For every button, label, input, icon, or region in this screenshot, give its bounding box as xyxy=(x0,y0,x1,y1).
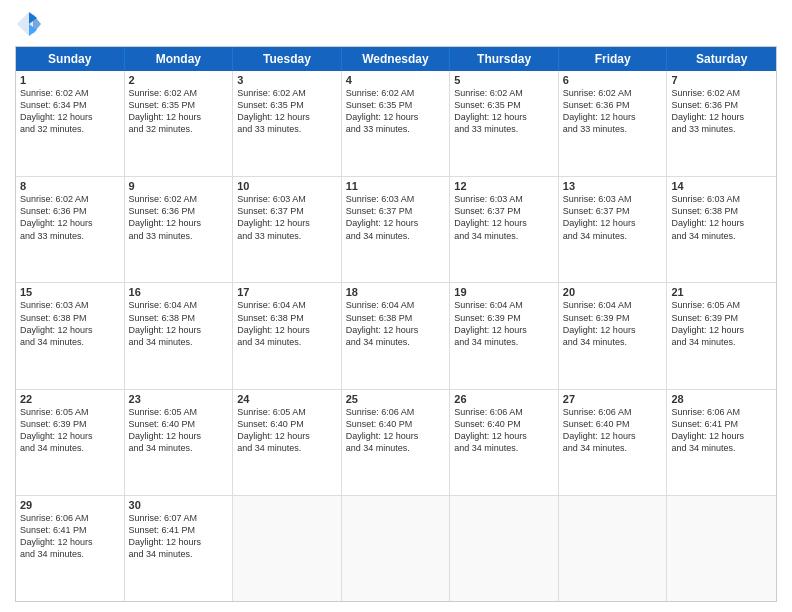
calendar-cell: 10Sunrise: 6:03 AMSunset: 6:37 PMDayligh… xyxy=(233,177,342,282)
cell-info: Sunrise: 6:03 AMSunset: 6:37 PMDaylight:… xyxy=(454,193,554,242)
calendar-body: 1Sunrise: 6:02 AMSunset: 6:34 PMDaylight… xyxy=(16,71,776,601)
cell-info: Sunrise: 6:02 AMSunset: 6:35 PMDaylight:… xyxy=(454,87,554,136)
calendar-row: 1Sunrise: 6:02 AMSunset: 6:34 PMDaylight… xyxy=(16,71,776,177)
day-number: 25 xyxy=(346,393,446,405)
day-number: 20 xyxy=(563,286,663,298)
calendar-header-cell: Monday xyxy=(125,47,234,71)
calendar-header-cell: Friday xyxy=(559,47,668,71)
cell-info: Sunrise: 6:06 AMSunset: 6:41 PMDaylight:… xyxy=(20,512,120,561)
day-number: 28 xyxy=(671,393,772,405)
calendar-cell: 3Sunrise: 6:02 AMSunset: 6:35 PMDaylight… xyxy=(233,71,342,176)
calendar-cell: 23Sunrise: 6:05 AMSunset: 6:40 PMDayligh… xyxy=(125,390,234,495)
cell-info: Sunrise: 6:02 AMSunset: 6:34 PMDaylight:… xyxy=(20,87,120,136)
calendar-cell-empty xyxy=(233,496,342,601)
cell-info: Sunrise: 6:06 AMSunset: 6:40 PMDaylight:… xyxy=(563,406,663,455)
calendar-cell: 14Sunrise: 6:03 AMSunset: 6:38 PMDayligh… xyxy=(667,177,776,282)
day-number: 30 xyxy=(129,499,229,511)
day-number: 4 xyxy=(346,74,446,86)
page: SundayMondayTuesdayWednesdayThursdayFrid… xyxy=(0,0,792,612)
calendar-cell: 9Sunrise: 6:02 AMSunset: 6:36 PMDaylight… xyxy=(125,177,234,282)
day-number: 1 xyxy=(20,74,120,86)
calendar-row: 8Sunrise: 6:02 AMSunset: 6:36 PMDaylight… xyxy=(16,177,776,283)
day-number: 14 xyxy=(671,180,772,192)
calendar-cell: 26Sunrise: 6:06 AMSunset: 6:40 PMDayligh… xyxy=(450,390,559,495)
calendar-header: SundayMondayTuesdayWednesdayThursdayFrid… xyxy=(16,47,776,71)
header xyxy=(15,10,777,38)
cell-info: Sunrise: 6:04 AMSunset: 6:39 PMDaylight:… xyxy=(454,299,554,348)
day-number: 17 xyxy=(237,286,337,298)
calendar-cell: 22Sunrise: 6:05 AMSunset: 6:39 PMDayligh… xyxy=(16,390,125,495)
cell-info: Sunrise: 6:05 AMSunset: 6:40 PMDaylight:… xyxy=(237,406,337,455)
cell-info: Sunrise: 6:07 AMSunset: 6:41 PMDaylight:… xyxy=(129,512,229,561)
day-number: 8 xyxy=(20,180,120,192)
day-number: 13 xyxy=(563,180,663,192)
cell-info: Sunrise: 6:04 AMSunset: 6:38 PMDaylight:… xyxy=(129,299,229,348)
calendar-cell: 11Sunrise: 6:03 AMSunset: 6:37 PMDayligh… xyxy=(342,177,451,282)
day-number: 7 xyxy=(671,74,772,86)
calendar-row: 22Sunrise: 6:05 AMSunset: 6:39 PMDayligh… xyxy=(16,390,776,496)
calendar-header-cell: Wednesday xyxy=(342,47,451,71)
calendar-cell: 2Sunrise: 6:02 AMSunset: 6:35 PMDaylight… xyxy=(125,71,234,176)
calendar-row: 15Sunrise: 6:03 AMSunset: 6:38 PMDayligh… xyxy=(16,283,776,389)
calendar-cell: 25Sunrise: 6:06 AMSunset: 6:40 PMDayligh… xyxy=(342,390,451,495)
calendar-cell: 12Sunrise: 6:03 AMSunset: 6:37 PMDayligh… xyxy=(450,177,559,282)
day-number: 15 xyxy=(20,286,120,298)
day-number: 10 xyxy=(237,180,337,192)
day-number: 27 xyxy=(563,393,663,405)
calendar-cell: 17Sunrise: 6:04 AMSunset: 6:38 PMDayligh… xyxy=(233,283,342,388)
cell-info: Sunrise: 6:06 AMSunset: 6:40 PMDaylight:… xyxy=(346,406,446,455)
day-number: 24 xyxy=(237,393,337,405)
calendar-cell: 24Sunrise: 6:05 AMSunset: 6:40 PMDayligh… xyxy=(233,390,342,495)
calendar-cell-empty xyxy=(559,496,668,601)
day-number: 21 xyxy=(671,286,772,298)
calendar-cell-empty xyxy=(667,496,776,601)
calendar-cell: 30Sunrise: 6:07 AMSunset: 6:41 PMDayligh… xyxy=(125,496,234,601)
cell-info: Sunrise: 6:03 AMSunset: 6:38 PMDaylight:… xyxy=(20,299,120,348)
calendar-cell: 18Sunrise: 6:04 AMSunset: 6:38 PMDayligh… xyxy=(342,283,451,388)
day-number: 29 xyxy=(20,499,120,511)
calendar-cell: 28Sunrise: 6:06 AMSunset: 6:41 PMDayligh… xyxy=(667,390,776,495)
day-number: 26 xyxy=(454,393,554,405)
calendar-cell-empty xyxy=(342,496,451,601)
day-number: 23 xyxy=(129,393,229,405)
calendar-header-cell: Sunday xyxy=(16,47,125,71)
day-number: 2 xyxy=(129,74,229,86)
day-number: 19 xyxy=(454,286,554,298)
day-number: 6 xyxy=(563,74,663,86)
day-number: 11 xyxy=(346,180,446,192)
day-number: 3 xyxy=(237,74,337,86)
calendar-cell: 1Sunrise: 6:02 AMSunset: 6:34 PMDaylight… xyxy=(16,71,125,176)
cell-info: Sunrise: 6:03 AMSunset: 6:37 PMDaylight:… xyxy=(237,193,337,242)
cell-info: Sunrise: 6:03 AMSunset: 6:37 PMDaylight:… xyxy=(346,193,446,242)
cell-info: Sunrise: 6:05 AMSunset: 6:39 PMDaylight:… xyxy=(671,299,772,348)
day-number: 9 xyxy=(129,180,229,192)
cell-info: Sunrise: 6:04 AMSunset: 6:38 PMDaylight:… xyxy=(237,299,337,348)
day-number: 18 xyxy=(346,286,446,298)
cell-info: Sunrise: 6:06 AMSunset: 6:40 PMDaylight:… xyxy=(454,406,554,455)
cell-info: Sunrise: 6:02 AMSunset: 6:36 PMDaylight:… xyxy=(20,193,120,242)
calendar-row: 29Sunrise: 6:06 AMSunset: 6:41 PMDayligh… xyxy=(16,496,776,601)
logo-icon xyxy=(15,10,43,38)
day-number: 5 xyxy=(454,74,554,86)
calendar-cell: 6Sunrise: 6:02 AMSunset: 6:36 PMDaylight… xyxy=(559,71,668,176)
cell-info: Sunrise: 6:02 AMSunset: 6:35 PMDaylight:… xyxy=(129,87,229,136)
cell-info: Sunrise: 6:03 AMSunset: 6:37 PMDaylight:… xyxy=(563,193,663,242)
cell-info: Sunrise: 6:06 AMSunset: 6:41 PMDaylight:… xyxy=(671,406,772,455)
calendar-cell: 27Sunrise: 6:06 AMSunset: 6:40 PMDayligh… xyxy=(559,390,668,495)
calendar-header-cell: Saturday xyxy=(667,47,776,71)
calendar-cell: 21Sunrise: 6:05 AMSunset: 6:39 PMDayligh… xyxy=(667,283,776,388)
cell-info: Sunrise: 6:04 AMSunset: 6:38 PMDaylight:… xyxy=(346,299,446,348)
cell-info: Sunrise: 6:05 AMSunset: 6:40 PMDaylight:… xyxy=(129,406,229,455)
calendar-header-cell: Thursday xyxy=(450,47,559,71)
calendar-cell: 13Sunrise: 6:03 AMSunset: 6:37 PMDayligh… xyxy=(559,177,668,282)
calendar-cell: 16Sunrise: 6:04 AMSunset: 6:38 PMDayligh… xyxy=(125,283,234,388)
day-number: 16 xyxy=(129,286,229,298)
logo xyxy=(15,10,47,38)
cell-info: Sunrise: 6:02 AMSunset: 6:35 PMDaylight:… xyxy=(237,87,337,136)
calendar-cell-empty xyxy=(450,496,559,601)
calendar: SundayMondayTuesdayWednesdayThursdayFrid… xyxy=(15,46,777,602)
cell-info: Sunrise: 6:02 AMSunset: 6:36 PMDaylight:… xyxy=(671,87,772,136)
calendar-cell: 20Sunrise: 6:04 AMSunset: 6:39 PMDayligh… xyxy=(559,283,668,388)
cell-info: Sunrise: 6:02 AMSunset: 6:35 PMDaylight:… xyxy=(346,87,446,136)
calendar-cell: 19Sunrise: 6:04 AMSunset: 6:39 PMDayligh… xyxy=(450,283,559,388)
